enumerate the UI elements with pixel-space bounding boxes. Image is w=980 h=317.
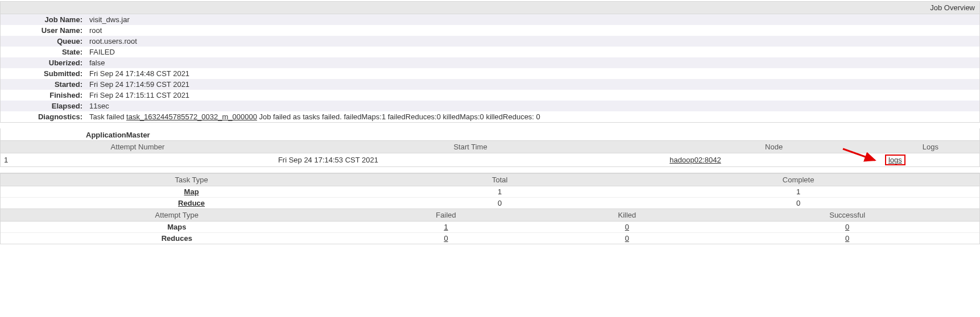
col-complete: Complete [617,174,979,186]
row-diagnostics: Diagnostics: Task failed task_1632445785… [1,111,979,122]
cell-logs-link[interactable]: logs [888,156,902,164]
col-failed: Failed [353,209,539,222]
diag-task-link[interactable]: task_1632445785572_0032_m_000000 [126,112,257,121]
value-submitted: Fri Sep 24 17:14:48 CST 2021 [86,68,979,79]
label-uberized: Uberized: [1,57,86,68]
attempt-row-reduces: Reduces 0 0 0 [1,233,979,244]
attempt-reduces-successful-link[interactable]: 0 [845,234,849,243]
appmaster-table: ApplicationMaster Attempt Number Start T… [1,128,979,166]
row-finished: Finished: Fri Sep 24 17:15:11 CST 2021 [1,90,979,101]
row-started: Started: Fri Sep 24 17:14:59 CST 2021 [1,79,979,90]
label-diagnostics: Diagnostics: [1,111,86,122]
col-start-time: Start Time [275,141,666,153]
appmaster-section: ApplicationMaster Attempt Number Start T… [0,128,980,167]
value-state: FAILED [86,47,979,57]
attempt-type-table: Attempt Type Failed Killed Successful Ma… [1,208,979,244]
task-row-map: Map 1 1 [1,186,979,198]
attempt-maps-successful-link[interactable]: 0 [845,223,849,231]
value-job-name: visit_dws.jar [86,14,979,25]
task-reduce-link[interactable]: Reduce [178,199,205,207]
row-job-name: Job Name: visit_dws.jar [1,14,979,25]
value-user-name: root [86,25,979,36]
value-diagnostics: Task failed task_1632445785572_0032_m_00… [86,111,979,122]
value-finished: Fri Sep 24 17:15:11 CST 2021 [86,90,979,101]
appmaster-title: ApplicationMaster [1,128,979,141]
attempt-type-header-row: Attempt Type Failed Killed Successful [1,209,979,222]
label-user-name: User Name: [1,25,86,36]
row-state: State: FAILED [1,47,979,57]
col-successful: Successful [715,209,979,222]
task-row-reduce: Reduce 0 0 [1,198,979,209]
label-queue: Queue: [1,36,86,47]
task-map-complete: 1 [617,186,979,198]
col-attempt-type: Attempt Type [1,209,353,222]
task-type-table: Task Type Total Complete Map 1 1 Reduce … [1,173,979,208]
col-task-type: Task Type [1,174,382,186]
attempt-reduces-label: Reduces [1,233,353,244]
cell-node-link[interactable]: hadoop02:8042 [669,156,721,164]
col-total: Total [382,174,617,186]
col-node: Node [666,141,882,153]
task-reduce-complete: 0 [617,198,979,209]
diag-suffix: Job failed as tasks failed. failedMaps:1… [257,112,540,121]
row-elapsed: Elapsed: 11sec [1,101,979,111]
job-overview-table: Job Name: visit_dws.jar User Name: root … [1,14,979,122]
label-state: State: [1,47,86,57]
value-uberized: false [86,57,979,68]
job-overview-section: Job Overview Job Name: visit_dws.jar Use… [0,1,980,123]
row-user-name: User Name: root [1,25,979,36]
appmaster-header-row: Attempt Number Start Time Node Logs [1,141,979,153]
label-started: Started: [1,79,86,90]
row-submitted: Submitted: Fri Sep 24 17:14:48 CST 2021 [1,68,979,79]
value-started: Fri Sep 24 17:14:59 CST 2021 [86,79,979,90]
task-section: Task Type Total Complete Map 1 1 Reduce … [0,173,980,244]
attempt-reduces-killed-link[interactable]: 0 [625,234,629,243]
attempt-maps-label: Maps [1,222,353,233]
cell-start-time: Fri Sep 24 17:14:53 CST 2021 [275,153,666,167]
attempt-reduces-failed-link[interactable]: 0 [444,234,448,243]
label-elapsed: Elapsed: [1,101,86,111]
job-overview-title: Job Overview [1,2,979,14]
attempt-maps-killed-link[interactable]: 0 [625,223,629,231]
label-finished: Finished: [1,90,86,101]
label-submitted: Submitted: [1,68,86,79]
task-reduce-total: 0 [382,198,617,209]
cell-attempt-number: 1 [1,153,275,167]
task-map-link[interactable]: Map [184,187,199,196]
attempt-row-maps: Maps 1 0 0 [1,222,979,233]
col-killed: Killed [539,209,716,222]
diag-prefix: Task failed [89,112,126,121]
col-attempt-number: Attempt Number [1,141,275,153]
attempt-maps-failed-link[interactable]: 1 [444,223,448,231]
appmaster-row: 1 Fri Sep 24 17:14:53 CST 2021 hadoop02:… [1,153,979,167]
row-uberized: Uberized: false [1,57,979,68]
value-queue: root.users.root [86,36,979,47]
label-job-name: Job Name: [1,14,86,25]
task-map-total: 1 [382,186,617,198]
col-logs: Logs [882,141,979,153]
row-queue: Queue: root.users.root [1,36,979,47]
task-type-header-row: Task Type Total Complete [1,174,979,186]
value-elapsed: 11sec [86,101,979,111]
